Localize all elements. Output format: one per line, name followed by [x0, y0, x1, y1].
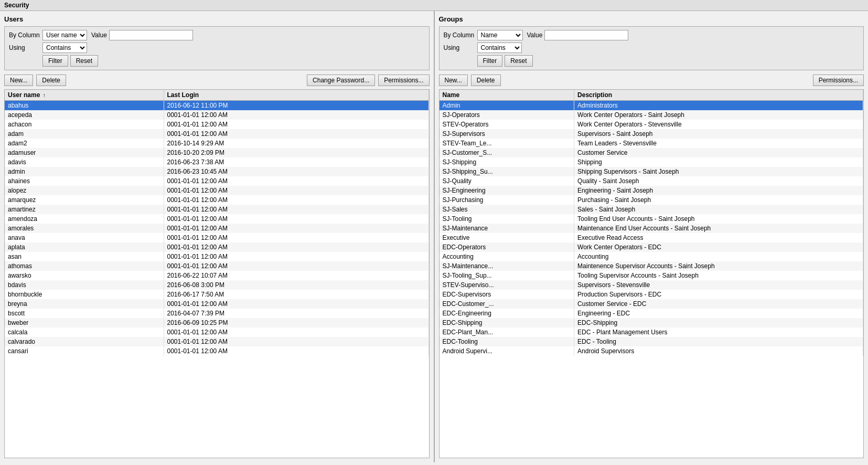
user-row[interactable]: alopez 0001-01-01 12:00 AM: [5, 186, 428, 195]
user-row[interactable]: abahus 2016-06-12 11:00 PM: [5, 101, 428, 111]
user-row[interactable]: asan 0001-01-01 12:00 AM: [5, 252, 428, 261]
groups-table: Name Description Admin Administrators SJ…: [440, 90, 864, 356]
groups-reset-button[interactable]: Reset: [505, 55, 532, 67]
users-by-column-label: By Column: [9, 31, 40, 39]
users-permissions-button[interactable]: Permissions...: [378, 75, 429, 86]
group-row[interactable]: SJ-Tooling Tooling End User Accounts - S…: [440, 214, 863, 224]
users-delete-button[interactable]: Delete: [36, 75, 66, 86]
user-row[interactable]: amorales 0001-01-01 12:00 AM: [5, 224, 428, 233]
groups-filter-button[interactable]: Filter: [477, 55, 503, 67]
groups-using-select[interactable]: Contains Equals Starts With: [477, 43, 522, 53]
user-row[interactable]: adavis 2016-06-23 7:38 AM: [5, 157, 428, 167]
group-row[interactable]: SJ-Supervisors Supervisors - Saint Josep…: [440, 129, 863, 139]
user-row[interactable]: calcala 0001-01-01 12:00 AM: [5, 327, 428, 337]
group-row[interactable]: SJ-Shipping_Su... Shipping Supervisors -…: [440, 167, 863, 176]
user-row[interactable]: admin 2016-06-23 10:45 AM: [5, 167, 428, 176]
groups-new-button[interactable]: New...: [439, 75, 468, 86]
user-row[interactable]: adam 0001-01-01 12:00 AM: [5, 129, 428, 139]
group-name: STEV-Team_Le...: [440, 139, 574, 148]
groups-col-description[interactable]: Description: [574, 90, 863, 101]
group-row[interactable]: STEV-Superviso... Supervisors - Stevensv…: [440, 280, 863, 290]
group-row[interactable]: SJ-Quality Quality - Saint Joseph: [440, 176, 863, 186]
user-row[interactable]: calvarado 0001-01-01 12:00 AM: [5, 337, 428, 346]
group-description: Sales - Saint Joseph: [574, 205, 863, 214]
users-value-input[interactable]: [109, 30, 193, 40]
users-filter-button[interactable]: Filter: [42, 55, 68, 67]
groups-table-header: Name Description: [440, 90, 863, 101]
user-row[interactable]: cansari 0001-01-01 12:00 AM: [5, 346, 428, 356]
users-col-username[interactable]: User name ↑: [5, 90, 164, 101]
group-row[interactable]: SJ-Purchasing Purchasing - Saint Joseph: [440, 195, 863, 205]
group-row[interactable]: STEV-Operators Work Center Operators - S…: [440, 120, 863, 129]
group-name: SJ-Tooling_Sup...: [440, 271, 574, 280]
groups-delete-button[interactable]: Delete: [471, 75, 501, 86]
user-row[interactable]: amartinez 0001-01-01 12:00 AM: [5, 205, 428, 214]
group-row[interactable]: SJ-Shipping Shipping: [440, 157, 863, 167]
groups-table-container: Name Description Admin Administrators SJ…: [439, 89, 864, 458]
groups-by-column-select[interactable]: Name Description: [477, 30, 523, 40]
group-row[interactable]: Executive Executive Read Access: [440, 233, 863, 242]
user-row[interactable]: bhornbuckle 2016-06-17 7:50 AM: [5, 290, 428, 299]
user-lastlogin: 2016-04-07 7:39 PM: [164, 309, 428, 318]
users-by-column-select[interactable]: User name Last Login: [42, 30, 87, 40]
users-change-password-button[interactable]: Change Password...: [307, 75, 375, 86]
user-row[interactable]: adam2 2016-10-14 9:29 AM: [5, 139, 428, 148]
user-lastlogin: 0001-01-01 12:00 AM: [164, 252, 428, 261]
user-row[interactable]: amarquez 0001-01-01 12:00 AM: [5, 195, 428, 205]
group-row[interactable]: Admin Administrators: [440, 101, 863, 111]
user-row[interactable]: acepeda 0001-01-01 12:00 AM: [5, 110, 428, 120]
group-description: EDC - Plant Management Users: [574, 327, 863, 337]
groups-value-input[interactable]: [544, 30, 628, 40]
group-row[interactable]: EDC-Supervisors Production Supervisors -…: [440, 290, 863, 299]
user-lastlogin: 0001-01-01 12:00 AM: [164, 176, 428, 186]
group-row[interactable]: EDC-Plant_Man... EDC - Plant Management …: [440, 327, 863, 337]
group-row[interactable]: SJ-Tooling_Sup... Tooling Supervisor Acc…: [440, 271, 863, 280]
user-row[interactable]: ahaines 0001-01-01 12:00 AM: [5, 176, 428, 186]
user-row[interactable]: bweber 2016-06-09 10:25 PM: [5, 318, 428, 327]
group-row[interactable]: Android Supervi... Android Supervisors: [440, 346, 863, 356]
groups-col-name[interactable]: Name: [440, 90, 574, 101]
user-row[interactable]: adamuser 2016-10-20 2:09 PM: [5, 148, 428, 157]
group-row[interactable]: SJ-Operators Work Center Operators - Sai…: [440, 110, 863, 120]
user-row[interactable]: breyna 0001-01-01 12:00 AM: [5, 299, 428, 309]
group-row[interactable]: EDC-Customer_... Customer Service - EDC: [440, 299, 863, 309]
users-using-select[interactable]: Contains Equals Starts With: [42, 43, 87, 53]
group-row[interactable]: EDC-Shipping EDC-Shipping: [440, 318, 863, 327]
group-row[interactable]: SJ-Engineering Engineering - Saint Josep…: [440, 186, 863, 195]
user-username: abahus: [5, 101, 164, 111]
user-row[interactable]: achacon 0001-01-01 12:00 AM: [5, 120, 428, 129]
users-new-button[interactable]: New...: [4, 75, 33, 86]
users-col-lastlogin[interactable]: Last Login: [164, 90, 428, 101]
user-username: breyna: [5, 299, 164, 309]
user-username: bweber: [5, 318, 164, 327]
user-row[interactable]: bscott 2016-04-07 7:39 PM: [5, 309, 428, 318]
groups-using-label: Using: [444, 44, 475, 51]
user-row[interactable]: awarsko 2016-06-22 10:07 AM: [5, 271, 428, 280]
user-row[interactable]: aplata 0001-01-01 12:00 AM: [5, 242, 428, 252]
group-name: SJ-Tooling: [440, 214, 574, 224]
user-row[interactable]: athomas 0001-01-01 12:00 AM: [5, 261, 428, 271]
group-row[interactable]: SJ-Sales Sales - Saint Joseph: [440, 205, 863, 214]
user-username: adavis: [5, 157, 164, 167]
user-row[interactable]: bdavis 2016-06-08 3:00 PM: [5, 280, 428, 290]
group-name: EDC-Plant_Man...: [440, 327, 574, 337]
users-table-container: User name ↑ Last Login abahus 2016-06-12…: [4, 89, 430, 458]
user-lastlogin: 2016-06-08 3:00 PM: [164, 280, 428, 290]
group-row[interactable]: EDC-Operators Work Center Operators - ED…: [440, 242, 863, 252]
group-row[interactable]: SJ-Maintenance Maintenance End User Acco…: [440, 224, 863, 233]
title-bar: Security: [0, 0, 868, 11]
group-row[interactable]: SJ-Maintenance... Maintenence Supervisor…: [440, 261, 863, 271]
group-row[interactable]: Accounting Accounting: [440, 252, 863, 261]
user-username: amorales: [5, 224, 164, 233]
users-reset-button[interactable]: Reset: [70, 55, 98, 67]
group-row[interactable]: EDC-Tooling EDC - Tooling: [440, 337, 863, 346]
user-row[interactable]: amendoza 0001-01-01 12:00 AM: [5, 214, 428, 224]
group-row[interactable]: SJ-Customer_S... Customer Service: [440, 148, 863, 157]
group-description: Customer Service: [574, 148, 863, 157]
user-row[interactable]: anava 0001-01-01 12:00 AM: [5, 233, 428, 242]
group-row[interactable]: STEV-Team_Le... Team Leaders - Stevensvi…: [440, 139, 863, 148]
groups-permissions-button[interactable]: Permissions...: [813, 75, 864, 86]
group-row[interactable]: EDC-Engineering Engineering - EDC: [440, 309, 863, 318]
user-lastlogin: 0001-01-01 12:00 AM: [164, 233, 428, 242]
user-lastlogin: 0001-01-01 12:00 AM: [164, 129, 428, 139]
